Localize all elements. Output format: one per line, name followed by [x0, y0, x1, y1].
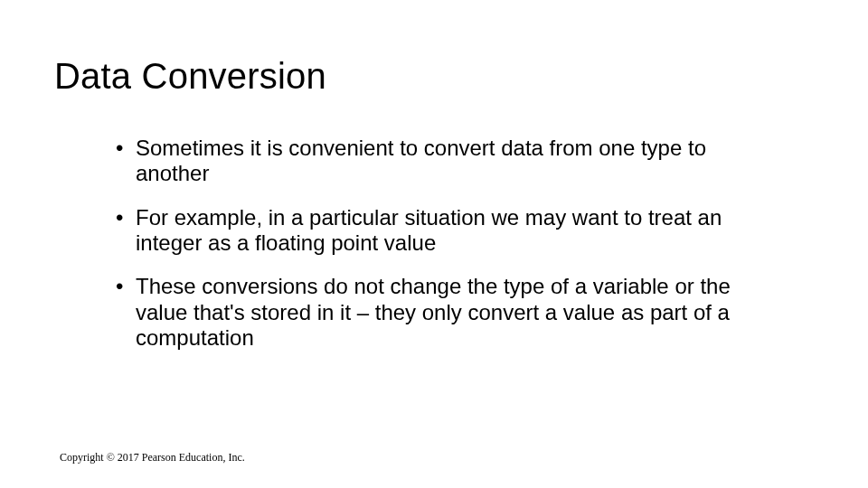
- slide-title: Data Conversion: [54, 56, 326, 97]
- list-item: Sometimes it is convenient to convert da…: [116, 136, 749, 187]
- list-item: For example, in a particular situation w…: [116, 205, 749, 257]
- slide: Data Conversion Sometimes it is convenie…: [0, 0, 868, 488]
- bullet-list: Sometimes it is convenient to convert da…: [116, 136, 749, 351]
- copyright-footer: Copyright © 2017 Pearson Education, Inc.: [60, 451, 245, 465]
- slide-body: Sometimes it is convenient to convert da…: [116, 136, 749, 369]
- list-item: These conversions do not change the type…: [116, 274, 749, 351]
